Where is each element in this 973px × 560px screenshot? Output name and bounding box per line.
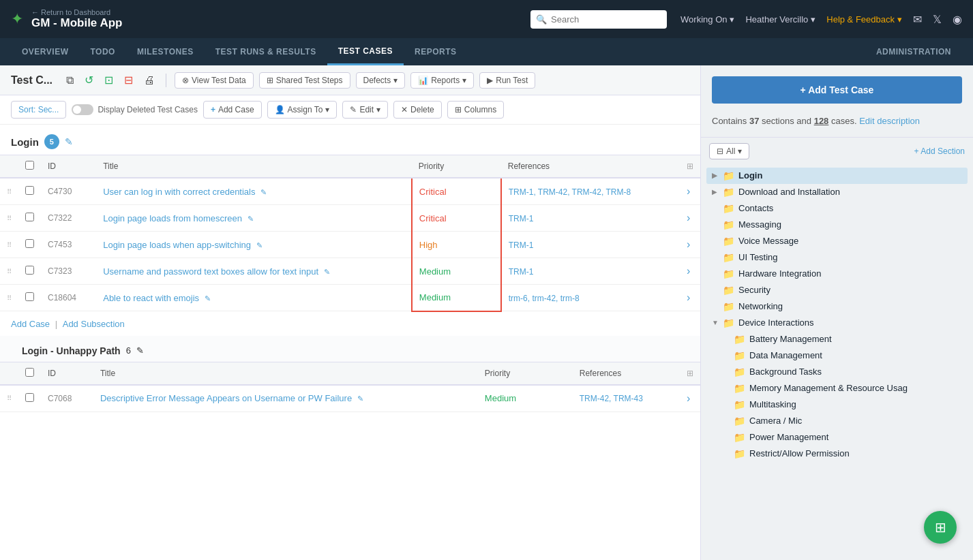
title-link[interactable]: Able to react with emojis (103, 293, 199, 303)
help-dropdown[interactable]: Help & Feedback ▾ (826, 14, 902, 25)
inline-edit-icon[interactable]: ✎ (324, 268, 330, 276)
sidebar-item-background[interactable]: 📁 Background Tasks (706, 364, 968, 380)
float-action-btn[interactable]: ⊞ (924, 511, 957, 544)
section2-edit-icon[interactable]: ✎ (136, 345, 144, 356)
defects-btn[interactable]: Defects ▾ (356, 72, 406, 89)
drag-handle[interactable]: ⠿ (0, 258, 18, 285)
section1-edit-icon[interactable]: ✎ (65, 136, 73, 147)
sidebar-item-voice[interactable]: 📁 Voice Message (706, 233, 968, 249)
drag-handle[interactable]: ⠿ (0, 205, 18, 232)
sidebar-item-multitasking[interactable]: 📁 Multitasking (706, 396, 968, 413)
sidebar-item-contacts[interactable]: 📁 Contacts (706, 200, 968, 217)
deleted-toggle[interactable] (72, 104, 93, 115)
refresh-icon[interactable]: ↺ (82, 71, 96, 89)
title-link[interactable]: Descriptive Error Message Appears on Use… (100, 393, 352, 403)
back-link[interactable]: ← Return to Dashboard (31, 8, 122, 16)
edit-btn[interactable]: ✎ Edit ▾ (342, 101, 388, 119)
row-checkbox[interactable] (18, 385, 41, 412)
sidebar-item-login[interactable]: ▶ 📁 Login (706, 168, 968, 184)
sidebar-item-device[interactable]: ▼ 📁 Device Interactions (706, 315, 968, 331)
sidebar-item-messaging[interactable]: 📁 Messaging (706, 217, 968, 233)
export-icon[interactable]: ⊟ (121, 71, 136, 89)
nav-overview[interactable]: OVERVIEW (11, 38, 79, 65)
view-test-data-btn[interactable]: ⊗ View Test Data (175, 72, 254, 89)
add-subsection-link-1[interactable]: Add Subsection (63, 319, 125, 329)
rss-icon[interactable]: ◉ (953, 13, 962, 26)
drag-handle[interactable]: ⠿ (0, 285, 18, 311)
inline-edit-icon[interactable]: ✎ (256, 241, 263, 249)
row-expand[interactable]: › (680, 258, 700, 285)
drag-handle[interactable]: ⠿ (0, 232, 18, 258)
columns-btn[interactable]: ⊞ Columns (447, 101, 504, 119)
sort-button[interactable]: Sort: Sec... (11, 101, 66, 119)
inline-edit-icon[interactable]: ✎ (357, 394, 363, 403)
drag-handle[interactable]: ⠿ (0, 178, 18, 205)
col-menu-icon[interactable]: ⊞ (687, 161, 693, 171)
sidebar-item-data-mgmt[interactable]: 📁 Data Management (706, 347, 968, 364)
search-input[interactable] (530, 10, 667, 29)
twitter-icon[interactable]: 𝕏 (933, 13, 942, 26)
template-icon[interactable]: ⊡ (102, 71, 116, 89)
row-checkbox[interactable] (18, 178, 41, 205)
run-test-btn[interactable]: ▶ Run Test (479, 72, 535, 89)
nav-admin[interactable]: ADMINISTRATION (865, 38, 962, 65)
delete-btn[interactable]: ✕ Delete (393, 101, 442, 119)
add-test-case-btn[interactable]: + Add Test Case (712, 76, 962, 104)
user-dropdown[interactable]: Heather Vercillo ▾ (745, 14, 815, 25)
nav-test-runs[interactable]: TEST RUNS & RESULTS (205, 38, 327, 65)
print-icon[interactable]: 🖨 (141, 72, 158, 89)
expand-btn[interactable]: › (687, 212, 690, 224)
nav-reports[interactable]: REPORTS (404, 38, 468, 65)
inline-edit-icon[interactable]: ✎ (260, 188, 267, 196)
row-expand[interactable]: › (680, 178, 700, 205)
sidebar-item-download[interactable]: ▶ 📁 Download and Installation (706, 184, 968, 200)
title-link[interactable]: User can log in with correct credentials (103, 187, 255, 197)
row-expand[interactable]: › (680, 205, 700, 232)
sidebar-item-battery[interactable]: 📁 Battery Management (706, 331, 968, 347)
assign-to-btn[interactable]: 👤 Assign To ▾ (267, 101, 338, 119)
col-menu-icon-2[interactable]: ⊞ (687, 369, 693, 378)
sidebar-item-camera[interactable]: 📁 Camera / Mic (706, 413, 968, 429)
row-expand[interactable]: › (680, 285, 700, 311)
add-case-btn[interactable]: + Add Case (203, 101, 262, 119)
working-on-dropdown[interactable]: Working On ▾ (680, 14, 734, 25)
nav-milestones[interactable]: MILESTONES (126, 38, 205, 65)
inline-edit-icon[interactable]: ✎ (205, 294, 211, 302)
select-all-2[interactable] (25, 368, 34, 377)
inline-edit-icon[interactable]: ✎ (248, 215, 254, 223)
expand-btn[interactable]: › (687, 238, 690, 251)
expand-btn[interactable]: › (687, 392, 690, 405)
title-link[interactable]: Username and password text boxes allow f… (103, 266, 318, 277)
row-checkbox[interactable] (18, 258, 41, 285)
expand-btn[interactable]: › (687, 292, 690, 304)
shared-test-steps-btn[interactable]: ⊞ Shared Test Steps (259, 72, 350, 89)
sidebar-item-hardware[interactable]: 📁 Hardware Integration (706, 266, 968, 282)
expand-btn[interactable]: › (687, 185, 690, 198)
copy-icon[interactable]: ⧉ (63, 72, 76, 89)
add-case-link-1[interactable]: Add Case (11, 319, 50, 329)
row-checkbox[interactable] (18, 285, 41, 311)
drag-handle[interactable]: ⠿ (0, 385, 18, 412)
row-expand[interactable]: › (680, 385, 700, 412)
sidebar-item-restrict[interactable]: 📁 Restrict/Allow Permission (706, 446, 968, 462)
expand-btn[interactable]: › (687, 265, 690, 277)
sidebar-filter-btn[interactable]: ⊟ All ▾ (709, 143, 749, 159)
title-link[interactable]: Login page loads from homescreen (103, 213, 242, 223)
nav-test-cases[interactable]: TEST CASES (327, 38, 404, 65)
sidebar-item-ui-testing[interactable]: 📁 UI Testing (706, 249, 968, 266)
title-link[interactable]: Login page loads when app-switching (103, 240, 251, 250)
sidebar-item-power[interactable]: 📁 Power Management (706, 429, 968, 446)
select-all-1[interactable] (25, 161, 34, 170)
sidebar-item-security[interactable]: 📁 Security (706, 282, 968, 298)
table-row: ⠿ C7453 Login page loads when app-switch… (0, 232, 700, 258)
sidebar-item-memory[interactable]: 📁 Memory Management & Resource Usag (706, 380, 968, 396)
sidebar-item-networking[interactable]: 📁 Networking (706, 298, 968, 315)
row-checkbox[interactable] (18, 232, 41, 258)
row-expand[interactable]: › (680, 232, 700, 258)
mail-icon[interactable]: ✉ (913, 13, 922, 26)
row-checkbox[interactable] (18, 205, 41, 232)
sidebar-add-section-btn[interactable]: + Add Section (914, 146, 965, 156)
edit-description-link[interactable]: Edit description (859, 116, 920, 126)
reports-btn[interactable]: 📊 Reports ▾ (410, 72, 474, 89)
nav-todo[interactable]: TODO (79, 38, 125, 65)
